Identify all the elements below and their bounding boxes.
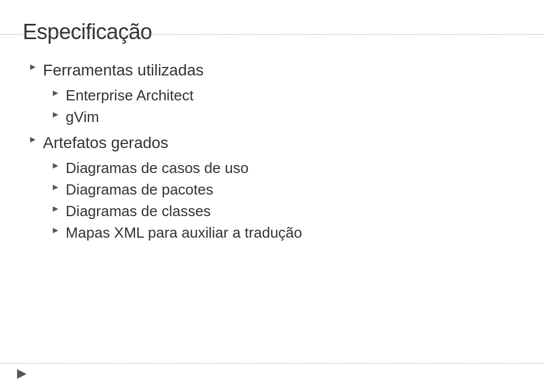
list-item: ► Ferramentas utilizadas <box>28 60 521 81</box>
bottom-arrow: ▶ <box>17 366 27 381</box>
bullet-icon: ► <box>51 225 60 235</box>
arrow-icon: ▶ <box>17 366 27 380</box>
item-label: Enterprise Architect <box>66 86 193 106</box>
bullet-icon: ► <box>51 204 60 214</box>
section-label: Artefatos gerados <box>43 133 168 153</box>
slide-title: Especificação <box>23 20 521 44</box>
list-item: ► Enterprise Architect <box>28 86 521 106</box>
top-border <box>0 34 544 35</box>
slide: Especificação ► Ferramentas utilizadas ►… <box>0 0 544 392</box>
bullet-icon: ► <box>51 182 60 192</box>
bullet-icon: ► <box>51 109 60 120</box>
item-label: Diagramas de pacotes <box>66 180 213 200</box>
item-label: Mapas XML para auxiliar a tradução <box>66 224 302 243</box>
item-label: gVim <box>66 108 99 127</box>
list-item: ► Diagramas de classes <box>28 202 521 221</box>
item-label: Diagramas de classes <box>66 202 211 221</box>
list-item: ► Mapas XML para auxiliar a tradução <box>28 224 521 243</box>
bullet-icon: ► <box>28 62 37 72</box>
bullet-icon: ► <box>51 161 60 171</box>
bullet-icon: ► <box>51 88 60 98</box>
list-item: ► gVim <box>28 108 521 127</box>
bottom-border <box>0 363 544 364</box>
bullet-icon: ► <box>28 134 37 145</box>
item-label: Diagramas de casos de uso <box>66 159 248 178</box>
list-item: ► Diagramas de pacotes <box>28 180 521 200</box>
content-area: ► Ferramentas utilizadas ► Enterprise Ar… <box>23 60 521 243</box>
list-item: ► Artefatos gerados <box>28 133 521 153</box>
section-label: Ferramentas utilizadas <box>43 60 204 81</box>
list-item: ► Diagramas de casos de uso <box>28 159 521 178</box>
